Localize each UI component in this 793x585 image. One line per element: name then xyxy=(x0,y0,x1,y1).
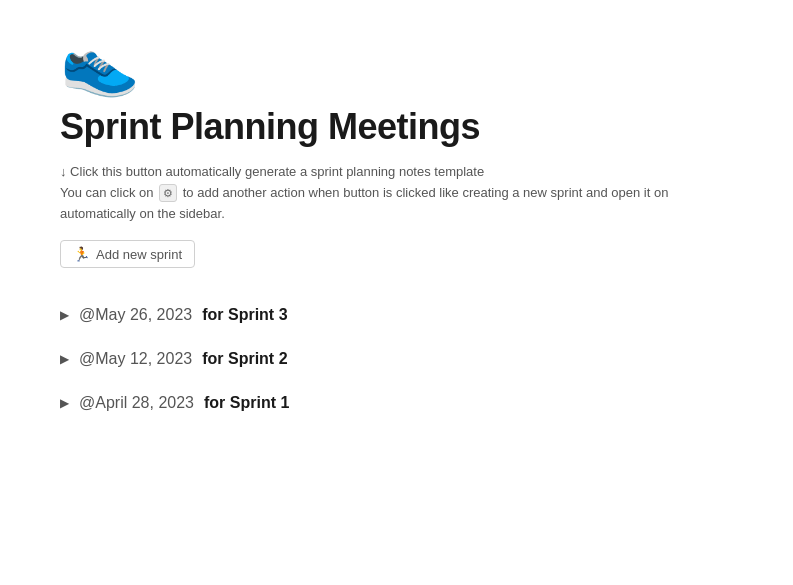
sprint-arrow: ▶ xyxy=(60,308,69,322)
description-line1: ↓ Click this button automatically genera… xyxy=(60,162,733,183)
sprint-item[interactable]: ▶ @May 12, 2023 for Sprint 2 xyxy=(60,340,733,378)
sprint-arrow: ▶ xyxy=(60,352,69,366)
sprint-arrow: ▶ xyxy=(60,396,69,410)
add-sprint-button[interactable]: 🏃 Add new sprint xyxy=(60,240,195,268)
sprint-date: @April 28, 2023 xyxy=(79,394,194,412)
sprint-date: @May 12, 2023 xyxy=(79,350,192,368)
sprint-name: for Sprint 2 xyxy=(202,350,287,368)
description-before-gear: You can click on xyxy=(60,185,153,200)
description-line2: You can click on ⚙ to add another action… xyxy=(60,183,733,225)
page-title: Sprint Planning Meetings xyxy=(60,106,733,148)
sprint-name: for Sprint 1 xyxy=(204,394,289,412)
page-description: ↓ Click this button automatically genera… xyxy=(60,162,733,224)
page-icon: 👟 xyxy=(60,30,733,94)
sprint-list: ▶ @May 26, 2023 for Sprint 3 ▶ @May 12, … xyxy=(60,296,733,422)
sprint-name: for Sprint 3 xyxy=(202,306,287,324)
sprint-item[interactable]: ▶ @April 28, 2023 for Sprint 1 xyxy=(60,384,733,422)
gear-icon[interactable]: ⚙ xyxy=(159,184,177,202)
sprint-item[interactable]: ▶ @May 26, 2023 for Sprint 3 xyxy=(60,296,733,334)
add-sprint-icon: 🏃 xyxy=(73,246,90,262)
sprint-date: @May 26, 2023 xyxy=(79,306,192,324)
add-sprint-label: Add new sprint xyxy=(96,247,182,262)
